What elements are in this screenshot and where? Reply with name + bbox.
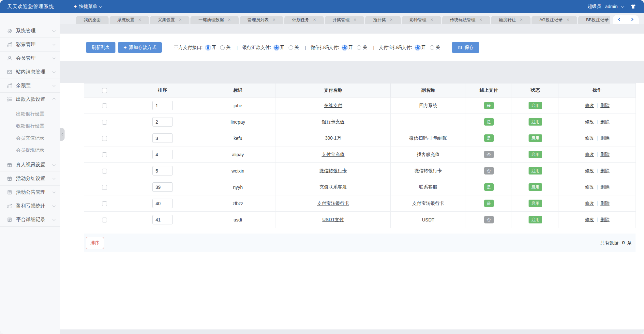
sidebar-item-会员管理[interactable]: 会员管理	[0, 52, 60, 65]
tab-我的桌面[interactable]: 我的桌面	[76, 16, 109, 24]
tab-close-icon[interactable]: ✕	[566, 18, 569, 22]
refresh-list-button[interactable]: 刷新列表	[86, 42, 115, 53]
sidebar-subitem-出款银行设置[interactable]: 出款银行设置	[0, 108, 60, 120]
edit-link[interactable]: 修改	[585, 201, 594, 206]
tab-计划任务[interactable]: 计划任务✕	[284, 16, 324, 24]
quick-menu-button[interactable]: + 快捷菜单	[74, 4, 102, 9]
tab-管理员列表[interactable]: 管理员列表✕	[240, 16, 283, 24]
tab-采集设置[interactable]: 采集设置✕	[150, 16, 189, 24]
tab-系统设置[interactable]: 系统设置✕	[110, 16, 149, 24]
tab-一键清理数据[interactable]: 一键清理数据✕	[190, 16, 238, 24]
edit-link[interactable]: 修改	[585, 103, 594, 108]
tab-预开奖[interactable]: 预开奖✕	[365, 16, 400, 24]
radio-on-银行汇款支付:[interactable]: 开	[274, 45, 285, 51]
radio-off-三方支付接口:[interactable]: 关	[220, 45, 231, 51]
row-checkbox[interactable]	[102, 103, 107, 108]
row-checkbox[interactable]	[102, 169, 107, 174]
edit-link[interactable]: 修改	[585, 152, 594, 157]
tab-close-icon[interactable]: ✕	[313, 18, 316, 22]
row-checkbox[interactable]	[102, 136, 107, 141]
radio-on-三方支付接口:[interactable]: 开	[206, 45, 216, 51]
tab-close-icon[interactable]: ✕	[479, 18, 482, 22]
edit-link[interactable]: 修改	[585, 168, 594, 173]
tabs-scroll-left-button[interactable]	[613, 15, 626, 24]
edit-link[interactable]: 修改	[585, 135, 594, 141]
delete-link[interactable]: 删除	[600, 168, 609, 173]
payment-name-link[interactable]: 银行卡充值	[322, 119, 345, 124]
sidebar-item-系统管理[interactable]: 系统管理	[0, 24, 60, 38]
sort-button[interactable]: 排序	[86, 237, 104, 249]
payment-name-link[interactable]: 微信转银行卡	[320, 168, 347, 173]
row-checkbox[interactable]	[102, 185, 107, 190]
tab-BB投注记录[interactable]: BB投注记录✕	[578, 16, 610, 24]
sidebar-item-出款入款设置[interactable]: 出款入款设置	[0, 93, 60, 106]
tab-close-icon[interactable]: ✕	[138, 18, 141, 22]
edit-link[interactable]: 修改	[585, 217, 594, 222]
sidebar-item-真人视讯设置[interactable]: 真人视讯设置	[0, 158, 60, 172]
sidebar-subitem-收款银行设置[interactable]: 收款银行设置	[0, 120, 60, 132]
sidebar-item-平台详细记录[interactable]: 平台详细记录	[0, 213, 60, 227]
tab-开奖管理[interactable]: 开奖管理✕	[325, 16, 364, 24]
sidebar-item-活动分红设置[interactable]: 活动分红设置	[0, 172, 60, 186]
select-all-checkbox[interactable]	[102, 88, 107, 93]
tab-额度转让[interactable]: 额度转让✕	[491, 16, 531, 24]
delete-link[interactable]: 删除	[600, 217, 609, 222]
radio-on-支付宝扫码支付:[interactable]: 开	[415, 45, 426, 51]
table-row: zfbzz支付宝转银行卡支付宝转银行卡是启用修改|删除	[84, 195, 636, 212]
delete-link[interactable]: 删除	[600, 201, 609, 206]
sidebar-subitem-会员充值记录[interactable]: 会员充值记录	[0, 132, 60, 144]
tabs-scroll-right-button[interactable]	[626, 15, 639, 24]
radio-off-支付宝扫码支付:[interactable]: 关	[430, 45, 440, 51]
payment-name-link[interactable]: 支付宝充值	[322, 152, 345, 157]
sort-input[interactable]	[152, 150, 173, 159]
tab-close-icon[interactable]: ✕	[353, 18, 356, 22]
theme-tshirt-icon[interactable]	[630, 4, 636, 9]
sidebar-item-盈利亏损统计[interactable]: 盈利亏损统计	[0, 199, 60, 213]
row-checkbox[interactable]	[102, 120, 107, 125]
payment-name-link[interactable]: 在线支付	[324, 103, 342, 108]
sidebar-collapse-handle[interactable]	[60, 128, 65, 141]
payment-name-link[interactable]: USDT支付	[322, 217, 344, 222]
sidebar-item-站内消息管理[interactable]: 站内消息管理	[0, 65, 60, 79]
row-checkbox[interactable]	[102, 201, 107, 206]
sort-input[interactable]	[152, 182, 173, 192]
radio-on-微信扫码支付:[interactable]: 开	[342, 45, 353, 51]
delete-link[interactable]: 删除	[600, 152, 609, 157]
sort-input[interactable]	[152, 101, 173, 110]
edit-link[interactable]: 修改	[585, 119, 594, 124]
radio-off-微信扫码支付:[interactable]: 关	[357, 45, 367, 51]
sort-input[interactable]	[152, 117, 173, 127]
payment-name-link[interactable]: 300-1万	[325, 135, 341, 141]
edit-link[interactable]: 修改	[585, 184, 594, 190]
row-checkbox[interactable]	[102, 152, 107, 157]
tab-close-icon[interactable]: ✕	[430, 18, 433, 22]
sidebar-item-余额宝[interactable]: 余额宝	[0, 79, 60, 93]
sort-input[interactable]	[152, 166, 173, 175]
delete-link[interactable]: 删除	[600, 119, 609, 124]
delete-link[interactable]: 删除	[600, 135, 609, 141]
tab-close-icon[interactable]: ✕	[390, 18, 393, 22]
tab-close-icon[interactable]: ✕	[520, 18, 523, 22]
sidebar-item-活动公告管理[interactable]: 活动公告管理	[0, 186, 60, 199]
tab-close-icon[interactable]: ✕	[179, 18, 182, 22]
delete-link[interactable]: 删除	[600, 184, 609, 190]
row-checkbox[interactable]	[102, 218, 107, 222]
tab-传统玩法管理[interactable]: 传统玩法管理✕	[442, 16, 490, 24]
sidebar-item-彩票管理[interactable]: 彩票管理	[0, 38, 60, 52]
tab-彩种管理[interactable]: 彩种管理✕	[402, 16, 441, 24]
payment-name-link[interactable]: 充值联系客服	[320, 184, 347, 190]
payment-name-link[interactable]: 支付宝转银行卡	[317, 201, 349, 206]
tab-close-icon[interactable]: ✕	[228, 18, 231, 22]
username-dropdown[interactable]: admin	[605, 4, 618, 9]
tab-AG投注记录[interactable]: AG投注记录✕	[532, 16, 577, 24]
sort-input[interactable]	[152, 133, 173, 143]
status-badge: 启用	[529, 102, 542, 109]
radio-off-银行汇款支付:[interactable]: 关	[289, 45, 299, 51]
sidebar-subitem-会员提现记录[interactable]: 会员提现记录	[0, 144, 60, 156]
add-deposit-method-button[interactable]: + 添加存款方式	[118, 42, 162, 53]
save-button[interactable]: 保存	[452, 42, 479, 53]
sort-input[interactable]	[152, 199, 173, 208]
tab-close-icon[interactable]: ✕	[273, 18, 276, 22]
sort-input[interactable]	[152, 215, 173, 224]
delete-link[interactable]: 删除	[600, 103, 609, 108]
